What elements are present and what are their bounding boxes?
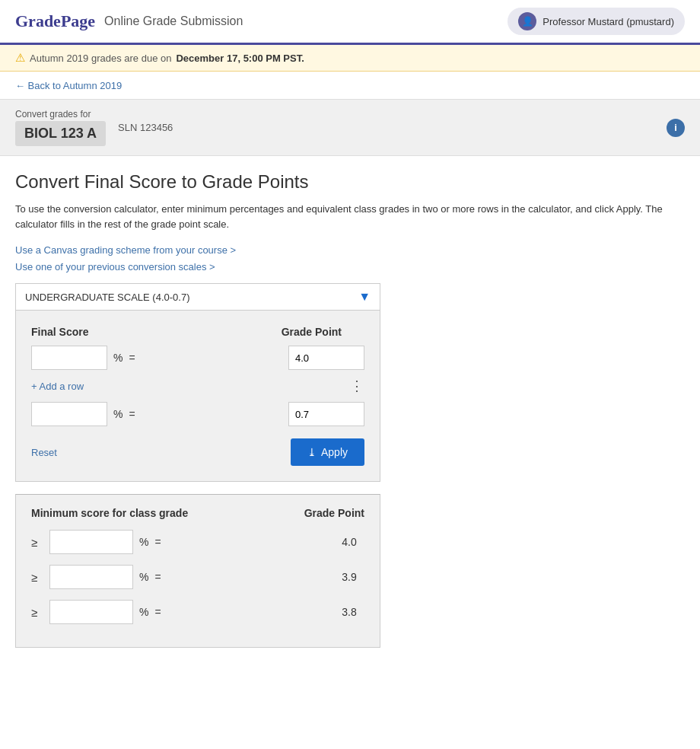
results-percent-3: % <box>139 606 148 618</box>
back-link-container: ← Back to Autumn 2019 <box>0 72 700 99</box>
results-row-3: ≥ % = 3.8 <box>31 600 364 624</box>
results-equals-2: = <box>154 571 161 583</box>
more-options-icon[interactable]: ⋮ <box>350 378 364 394</box>
user-label: Professor Mustard (pmustard) <box>542 16 674 27</box>
gte-symbol-2: ≥ <box>31 571 43 584</box>
calc-row-2: % = <box>31 402 364 426</box>
back-link[interactable]: ← Back to Autumn 2019 <box>15 80 122 91</box>
course-name: BIOL 123 A <box>15 121 106 146</box>
user-badge: 👤 Professor Mustard (pmustard) <box>508 8 685 35</box>
info-button[interactable]: i <box>667 119 685 137</box>
user-icon: 👤 <box>518 12 536 30</box>
sln-value: 123456 <box>140 122 173 133</box>
alert-deadline: December 17, 5:00 PM PST. <box>176 53 304 64</box>
results-gp-1: 4.0 <box>334 536 364 548</box>
alert-icon: ⚠ <box>15 51 25 65</box>
logo: GradePage <box>15 11 95 31</box>
calc-footer: Reset ⤓ Apply <box>31 438 364 466</box>
scale-dropdown-label: UNDERGRADUATE SCALE (4.0-0.7) <box>25 292 189 303</box>
results-score-2[interactable] <box>49 565 133 589</box>
header-subtitle: Online Grade Submission <box>104 14 243 28</box>
main-content: Convert Final Score to Grade Points To u… <box>0 156 700 663</box>
results-box: Minimum score for class grade Grade Poin… <box>15 494 380 648</box>
percent-symbol-1: % <box>113 352 123 364</box>
add-row-link[interactable]: + Add a row <box>31 381 84 392</box>
results-gp-2: 3.9 <box>334 571 364 583</box>
apply-label: Apply <box>321 446 348 458</box>
reset-link[interactable]: Reset <box>31 447 57 458</box>
results-equals-1: = <box>154 536 161 548</box>
canvas-link[interactable]: Use a Canvas grading scheme from your co… <box>15 244 236 256</box>
alert-banner: ⚠ Autumn 2019 grades are due on December… <box>0 45 700 72</box>
min-score-header: Minimum score for class grade <box>31 507 188 519</box>
equals-symbol-2: = <box>129 408 135 420</box>
previous-link[interactable]: Use one of your previous conversion scal… <box>15 261 215 273</box>
apply-button[interactable]: ⤓ Apply <box>291 438 364 466</box>
gte-symbol-3: ≥ <box>31 606 43 619</box>
course-header-left: Convert grades for BIOL 123 A SLN 123456 <box>15 109 173 146</box>
results-row-1: ≥ % = 4.0 <box>31 530 364 554</box>
chevron-down-icon: ▼ <box>358 290 371 304</box>
calc-row-1: % = <box>31 346 364 370</box>
sln-text: SLN 123456 <box>118 122 173 133</box>
results-equals-3: = <box>154 606 161 618</box>
calculator-box: Final Score Grade Point % = + Add a row … <box>15 311 380 482</box>
percent-symbol-2: % <box>113 408 123 420</box>
header-left: GradePage Online Grade Submission <box>15 11 243 31</box>
page-title: Convert Final Score to Grade Points <box>15 171 685 193</box>
scale-dropdown[interactable]: UNDERGRADUATE SCALE (4.0-0.7) ▼ <box>15 283 380 311</box>
course-header: Convert grades for BIOL 123 A SLN 123456… <box>0 99 700 156</box>
results-grade-point-header: Grade Point <box>304 507 364 519</box>
page-header: GradePage Online Grade Submission 👤 Prof… <box>0 0 700 45</box>
results-percent-1: % <box>139 536 148 548</box>
results-row-2: ≥ % = 3.9 <box>31 565 364 589</box>
canvas-link-row: Use a Canvas grading scheme from your co… <box>15 244 685 256</box>
grade-point-header: Grade Point <box>282 326 342 338</box>
grade-input-1[interactable] <box>288 346 364 370</box>
alert-message: Autumn 2019 grades are due on <box>30 53 171 64</box>
results-score-1[interactable] <box>49 530 133 554</box>
course-label-group: Convert grades for BIOL 123 A <box>15 109 106 146</box>
final-score-header: Final Score <box>31 326 88 338</box>
sln-label: SLN <box>118 122 137 133</box>
score-input-1[interactable] <box>31 346 107 370</box>
calc-header: Final Score Grade Point <box>31 326 364 338</box>
score-input-2[interactable] <box>31 402 107 426</box>
results-header: Minimum score for class grade Grade Poin… <box>31 507 364 519</box>
apply-icon: ⤓ <box>307 446 317 458</box>
gte-symbol-1: ≥ <box>31 536 43 549</box>
results-percent-2: % <box>139 571 148 583</box>
course-label: Convert grades for <box>15 109 106 120</box>
results-gp-3: 3.8 <box>334 606 364 618</box>
logo-text: GradePage <box>15 11 95 30</box>
add-row-section: + Add a row ⋮ <box>31 378 364 394</box>
grade-input-2[interactable] <box>288 402 364 426</box>
results-score-3[interactable] <box>49 600 133 624</box>
previous-link-row: Use one of your previous conversion scal… <box>15 260 685 273</box>
description: To use the conversion calculator, enter … <box>15 202 677 231</box>
equals-symbol-1: = <box>129 352 135 364</box>
